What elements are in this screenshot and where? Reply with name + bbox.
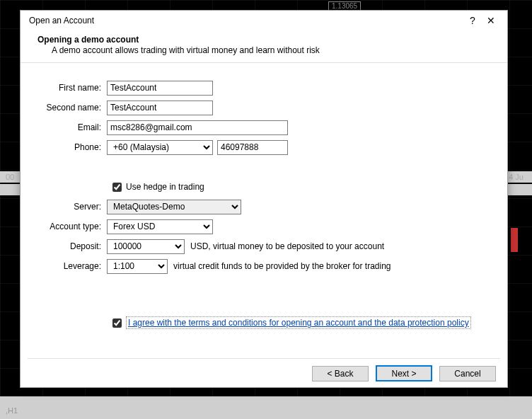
leverage-select[interactable]: 1:100: [107, 259, 168, 274]
second-name-label: Second name:: [42, 103, 107, 113]
deposit-hint: USD, virtual money to be deposited to yo…: [190, 241, 384, 251]
account-type-select[interactable]: Forex USD: [107, 219, 213, 234]
dialog-heading: Opening a demo account: [37, 35, 490, 45]
email-input[interactable]: [107, 120, 288, 135]
titlebar: Open an Account ? ✕: [21, 11, 507, 30]
first-name-label: First name:: [42, 83, 107, 93]
next-button[interactable]: Next >: [376, 365, 432, 381]
hedge-label: Use hedge in trading: [126, 182, 204, 192]
close-button[interactable]: ✕: [482, 13, 500, 28]
back-button[interactable]: < Back: [312, 366, 369, 381]
leverage-label: Leverage:: [42, 261, 107, 271]
server-label: Server:: [42, 202, 107, 212]
deposit-select[interactable]: 100000: [107, 239, 185, 254]
server-select[interactable]: MetaQuotes-Demo: [107, 200, 241, 214]
dialog-footer: < Back Next > Cancel: [21, 359, 507, 387]
phone-country-select[interactable]: +60 (Malaysia): [107, 140, 213, 155]
time-axis-label: 00: [0, 173, 14, 181]
help-button[interactable]: ?: [463, 13, 482, 28]
open-account-dialog: Open an Account ? ✕ Opening a demo accou…: [20, 10, 508, 388]
deposit-label: Deposit:: [42, 241, 107, 251]
phone-label: Phone:: [42, 142, 107, 152]
candle-bar: [511, 228, 518, 252]
cancel-button[interactable]: Cancel: [439, 366, 496, 381]
window-title: Open an Account: [29, 16, 463, 25]
hedge-checkbox[interactable]: [112, 183, 122, 192]
form-body: First name: Second name: Email: Phone: +…: [21, 63, 507, 355]
first-name-input[interactable]: [107, 81, 213, 96]
leverage-hint: virtual credit funds to be provided by t…: [173, 261, 391, 271]
second-name-input[interactable]: [107, 101, 213, 115]
email-label: Email:: [42, 122, 107, 132]
agree-terms-link[interactable]: I agree with the terms and conditions fo…: [126, 316, 471, 329]
dialog-subheading: A demo account allows trading with virtu…: [37, 45, 490, 55]
chart-timeframe-label: ,H1: [0, 405, 23, 416]
dialog-header: Opening a demo account A demo account al…: [21, 30, 507, 63]
agree-checkbox[interactable]: [112, 318, 122, 328]
account-type-label: Account type:: [42, 222, 107, 231]
phone-input[interactable]: [217, 140, 288, 155]
